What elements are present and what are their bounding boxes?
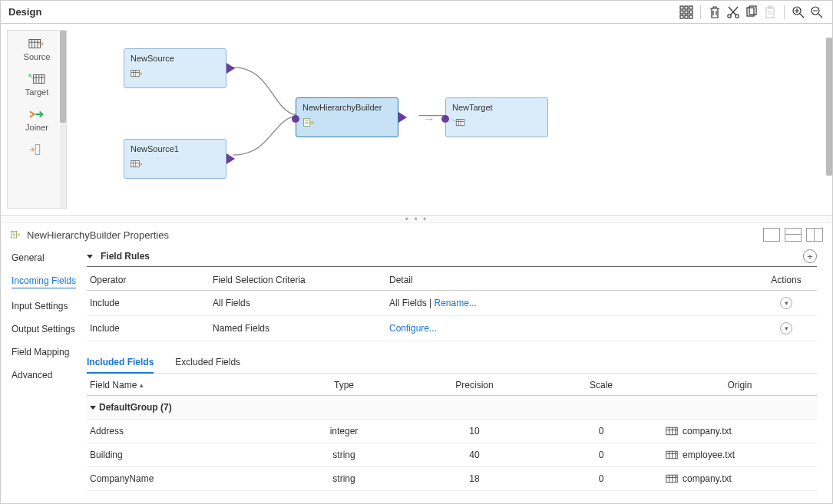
included-fields-table: Field Name▲ Type Precision Scale Origin …: [87, 375, 817, 491]
paste-icon: [762, 5, 778, 20]
properties-title: NewHierarchyBuilder Properties: [27, 229, 169, 241]
target-icon: [452, 117, 541, 131]
svg-rect-2: [689, 6, 693, 9]
hierarchy-icon: [10, 229, 22, 240]
tab-advanced[interactable]: Advanced: [12, 370, 78, 380]
field-row: CompanyName string 18 0 company.txt: [87, 467, 817, 491]
tab-field-mapping[interactable]: Field Mapping: [12, 347, 78, 357]
palette-target[interactable]: Target: [14, 69, 60, 100]
add-rule-button[interactable]: +: [803, 249, 817, 263]
svg-rect-6: [680, 15, 683, 18]
table-icon: [666, 427, 678, 436]
svg-rect-21: [131, 161, 140, 167]
rule-actions-menu[interactable]: ▾: [780, 297, 792, 309]
source-icon: [131, 158, 220, 173]
subtab-included[interactable]: Included Fields: [87, 352, 154, 374]
layout-full-icon[interactable]: [763, 228, 780, 242]
node-newsource[interactable]: NewSource: [124, 48, 226, 88]
properties-body: General Incoming Fields Input Settings O…: [1, 246, 832, 499]
table-icon: [666, 450, 678, 460]
zoom-out-icon[interactable]: [809, 5, 825, 20]
field-rules-table: Operator Field Selection Criteria Detail…: [87, 270, 817, 341]
properties-content: Field Rules + Operator Field Selection C…: [87, 246, 832, 499]
table-icon: [666, 474, 678, 483]
configure-link[interactable]: Configure...: [389, 323, 437, 334]
zoom-in-icon[interactable]: [791, 5, 806, 20]
rule-row: Include Named Fields Configure... ▾: [87, 316, 817, 341]
field-rules-header: Field Rules +: [87, 246, 817, 267]
toolbar: [679, 5, 825, 20]
node-newtarget[interactable]: NewTarget →: [445, 97, 548, 137]
svg-rect-19: [35, 145, 40, 155]
svg-rect-5: [689, 11, 693, 14]
svg-rect-4: [685, 11, 688, 14]
sort-asc-icon: ▲: [138, 382, 144, 389]
layout-hsplit-icon[interactable]: [785, 228, 802, 242]
properties-header: NewHierarchyBuilder Properties: [1, 223, 832, 246]
svg-rect-24: [11, 231, 16, 238]
copy-icon[interactable]: [744, 5, 759, 20]
col-field-name[interactable]: Field Name▲: [87, 375, 279, 396]
rule-row: Include All Fields All Fields | Rename..…: [87, 291, 817, 316]
svg-rect-13: [766, 8, 774, 18]
tab-output-settings[interactable]: Output Settings: [12, 324, 78, 334]
header-bar: Design: [1, 1, 832, 24]
svg-rect-8: [689, 15, 693, 18]
subtab-excluded[interactable]: Excluded Fields: [175, 352, 240, 373]
tab-incoming-fields[interactable]: Incoming Fields: [12, 275, 76, 288]
collapse-icon[interactable]: [90, 406, 96, 410]
rule-actions-menu[interactable]: ▾: [780, 322, 792, 334]
palette-scrollbar[interactable]: [60, 31, 66, 208]
fields-subtabs: Included Fields Excluded Fields: [87, 352, 817, 374]
arrow-icon: →: [423, 112, 435, 126]
design-canvas-area: Source Target Joiner NewSource: [1, 24, 832, 216]
field-row: Address integer 10 0 company.txt: [87, 420, 817, 443]
layout-vsplit-icon[interactable]: [806, 228, 823, 242]
design-canvas[interactable]: NewSource NewSource1 NewHierarchyBuilder…: [67, 30, 826, 209]
field-group-row[interactable]: DefaultGroup (7): [87, 396, 817, 420]
svg-rect-23: [456, 120, 464, 126]
rename-link[interactable]: Rename...: [434, 298, 476, 308]
svg-rect-0: [680, 6, 683, 9]
node-newsource1[interactable]: NewSource1: [124, 139, 226, 179]
page-title: Design: [8, 6, 41, 18]
palette-joiner[interactable]: Joiner: [14, 104, 60, 135]
tab-general[interactable]: General: [12, 252, 78, 263]
grid-icon[interactable]: [679, 5, 694, 20]
svg-rect-3: [680, 11, 683, 14]
svg-rect-7: [685, 15, 688, 18]
canvas-scrollbar[interactable]: [826, 30, 832, 209]
collapse-icon[interactable]: [87, 255, 93, 259]
splitter-handle[interactable]: • • •: [1, 216, 832, 223]
field-row: Building string 40 0 employee.txt: [87, 443, 817, 467]
tab-input-settings[interactable]: Input Settings: [12, 301, 78, 311]
delete-icon[interactable]: [707, 5, 722, 20]
palette-more[interactable]: [14, 140, 60, 160]
svg-rect-20: [131, 71, 140, 77]
node-newhierarchybuilder[interactable]: NewHierarchyBuilder: [296, 97, 398, 137]
cut-icon[interactable]: [726, 5, 741, 20]
svg-rect-1: [685, 6, 688, 9]
properties-tabs: General Incoming Fields Input Settings O…: [1, 246, 87, 499]
palette-source[interactable]: Source: [14, 34, 60, 64]
transformation-palette: Source Target Joiner: [7, 30, 67, 209]
source-icon: [131, 68, 220, 82]
hierarchy-icon: [302, 117, 392, 131]
